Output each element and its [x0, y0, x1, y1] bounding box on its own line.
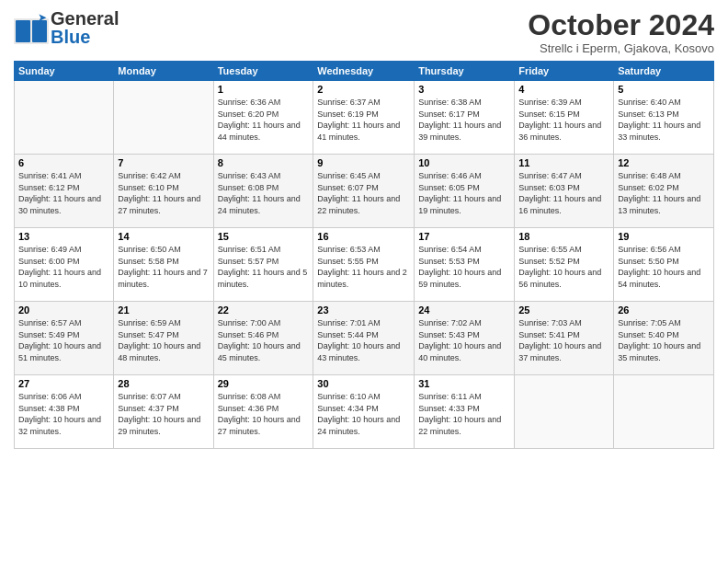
day-info: Sunrise: 6:45 AMSunset: 6:07 PMDaylight:…	[317, 170, 410, 216]
day-info: Sunrise: 7:03 AMSunset: 5:41 PMDaylight:…	[518, 317, 609, 363]
day-info: Sunrise: 6:49 AMSunset: 6:00 PMDaylight:…	[18, 244, 109, 290]
day-number: 23	[317, 304, 410, 316]
calendar-week-row: 27Sunrise: 6:06 AMSunset: 4:38 PMDayligh…	[15, 375, 714, 449]
day-number: 6	[18, 157, 109, 168]
calendar-week-row: 1Sunrise: 6:36 AMSunset: 6:20 PMDaylight…	[15, 81, 714, 155]
day-info: Sunrise: 6:57 AMSunset: 5:49 PMDaylight:…	[18, 317, 109, 363]
day-info: Sunrise: 6:47 AMSunset: 6:03 PMDaylight:…	[518, 170, 609, 216]
day-info: Sunrise: 6:59 AMSunset: 5:47 PMDaylight:…	[118, 317, 209, 363]
day-number: 1	[218, 84, 310, 95]
day-number: 31	[418, 378, 510, 389]
table-row: 22Sunrise: 7:00 AMSunset: 5:46 PMDayligh…	[213, 302, 313, 375]
table-row: 30Sunrise: 6:10 AMSunset: 4:34 PMDayligh…	[313, 375, 415, 449]
day-info: Sunrise: 6:53 AMSunset: 5:55 PMDaylight:…	[317, 244, 410, 290]
day-number: 10	[418, 157, 510, 168]
month-title: October 2024	[528, 9, 714, 41]
page-header: ➤ General Blue October 2024 Strellc i Ep…	[14, 9, 714, 55]
day-number: 14	[118, 231, 209, 242]
table-row: 6Sunrise: 6:41 AMSunset: 6:12 PMDaylight…	[15, 155, 114, 228]
day-number: 19	[618, 231, 710, 242]
location: Strellc i Eperm, Gjakova, Kosovo	[528, 41, 714, 55]
table-row: 26Sunrise: 7:05 AMSunset: 5:40 PMDayligh…	[614, 302, 714, 375]
calendar-table: Sunday Monday Tuesday Wednesday Thursday…	[14, 61, 714, 449]
table-row: 9Sunrise: 6:45 AMSunset: 6:07 PMDaylight…	[313, 155, 415, 228]
day-number: 8	[218, 157, 310, 168]
day-number: 21	[118, 304, 209, 316]
day-number: 24	[418, 304, 510, 316]
day-number: 29	[218, 378, 310, 389]
day-number: 18	[518, 231, 609, 242]
day-info: Sunrise: 6:10 AMSunset: 4:34 PMDaylight:…	[317, 391, 410, 437]
table-row: 20Sunrise: 6:57 AMSunset: 5:49 PMDayligh…	[15, 302, 114, 375]
day-info: Sunrise: 6:37 AMSunset: 6:19 PMDaylight:…	[317, 97, 410, 143]
calendar-week-row: 13Sunrise: 6:49 AMSunset: 6:00 PMDayligh…	[15, 228, 714, 302]
calendar-header-row: Sunday Monday Tuesday Wednesday Thursday…	[15, 62, 714, 81]
table-row: 31Sunrise: 6:11 AMSunset: 4:33 PMDayligh…	[415, 375, 515, 449]
day-number: 30	[317, 378, 410, 389]
table-row: 28Sunrise: 6:07 AMSunset: 4:37 PMDayligh…	[114, 375, 213, 449]
table-row: 16Sunrise: 6:53 AMSunset: 5:55 PMDayligh…	[313, 228, 415, 302]
table-row: 24Sunrise: 7:02 AMSunset: 5:43 PMDayligh…	[415, 302, 515, 375]
day-number: 20	[18, 304, 109, 316]
day-info: Sunrise: 6:40 AMSunset: 6:13 PMDaylight:…	[618, 97, 710, 143]
day-number: 17	[418, 231, 510, 242]
day-number: 7	[118, 157, 209, 168]
day-info: Sunrise: 6:56 AMSunset: 5:50 PMDaylight:…	[618, 244, 710, 290]
table-row: 12Sunrise: 6:48 AMSunset: 6:02 PMDayligh…	[614, 155, 714, 228]
col-friday: Friday	[515, 62, 614, 81]
calendar-week-row: 6Sunrise: 6:41 AMSunset: 6:12 PMDaylight…	[15, 155, 714, 228]
day-number: 16	[317, 231, 410, 242]
table-row: 8Sunrise: 6:43 AMSunset: 6:08 PMDaylight…	[213, 155, 313, 228]
day-info: Sunrise: 6:46 AMSunset: 6:05 PMDaylight:…	[418, 170, 510, 216]
day-number: 11	[518, 157, 609, 168]
day-number: 9	[317, 157, 410, 168]
day-info: Sunrise: 7:02 AMSunset: 5:43 PMDaylight:…	[418, 317, 510, 363]
day-info: Sunrise: 6:54 AMSunset: 5:53 PMDaylight:…	[418, 244, 510, 290]
table-row: 1Sunrise: 6:36 AMSunset: 6:20 PMDaylight…	[213, 81, 313, 155]
table-row: 2Sunrise: 6:37 AMSunset: 6:19 PMDaylight…	[313, 81, 415, 155]
day-number: 25	[518, 304, 609, 316]
col-tuesday: Tuesday	[213, 62, 313, 81]
day-number: 13	[18, 231, 109, 242]
table-row: 10Sunrise: 6:46 AMSunset: 6:05 PMDayligh…	[415, 155, 515, 228]
table-row: 25Sunrise: 7:03 AMSunset: 5:41 PMDayligh…	[515, 302, 614, 375]
table-row: 15Sunrise: 6:51 AMSunset: 5:57 PMDayligh…	[213, 228, 313, 302]
day-number: 26	[618, 304, 710, 316]
table-row	[114, 81, 213, 155]
table-row: 18Sunrise: 6:55 AMSunset: 5:52 PMDayligh…	[515, 228, 614, 302]
logo-general: General	[51, 9, 119, 28]
table-row: 7Sunrise: 6:42 AMSunset: 6:10 PMDaylight…	[114, 155, 213, 228]
day-number: 27	[18, 378, 109, 389]
day-info: Sunrise: 6:50 AMSunset: 5:58 PMDaylight:…	[118, 244, 209, 290]
day-info: Sunrise: 6:36 AMSunset: 6:20 PMDaylight:…	[218, 97, 310, 143]
table-row: 11Sunrise: 6:47 AMSunset: 6:03 PMDayligh…	[515, 155, 614, 228]
table-row	[515, 375, 614, 449]
logo-blue: Blue	[51, 28, 119, 46]
table-row: 17Sunrise: 6:54 AMSunset: 5:53 PMDayligh…	[415, 228, 515, 302]
day-info: Sunrise: 7:01 AMSunset: 5:44 PMDaylight:…	[317, 317, 410, 363]
day-number: 5	[618, 84, 710, 95]
day-info: Sunrise: 6:48 AMSunset: 6:02 PMDaylight:…	[618, 170, 710, 216]
day-info: Sunrise: 6:07 AMSunset: 4:37 PMDaylight:…	[118, 391, 209, 437]
day-number: 22	[218, 304, 310, 316]
table-row: 29Sunrise: 6:08 AMSunset: 4:36 PMDayligh…	[213, 375, 313, 449]
day-number: 4	[518, 84, 609, 95]
day-number: 12	[618, 157, 710, 168]
table-row: 27Sunrise: 6:06 AMSunset: 4:38 PMDayligh…	[15, 375, 114, 449]
day-info: Sunrise: 6:51 AMSunset: 5:57 PMDaylight:…	[218, 244, 310, 290]
table-row: 21Sunrise: 6:59 AMSunset: 5:47 PMDayligh…	[114, 302, 213, 375]
day-info: Sunrise: 6:06 AMSunset: 4:38 PMDaylight:…	[18, 391, 109, 437]
table-row	[614, 375, 714, 449]
day-info: Sunrise: 6:42 AMSunset: 6:10 PMDaylight:…	[118, 170, 209, 216]
day-info: Sunrise: 7:05 AMSunset: 5:40 PMDaylight:…	[618, 317, 710, 363]
calendar-week-row: 20Sunrise: 6:57 AMSunset: 5:49 PMDayligh…	[15, 302, 714, 375]
table-row: 5Sunrise: 6:40 AMSunset: 6:13 PMDaylight…	[614, 81, 714, 155]
col-saturday: Saturday	[614, 62, 714, 81]
col-wednesday: Wednesday	[313, 62, 415, 81]
table-row: 14Sunrise: 6:50 AMSunset: 5:58 PMDayligh…	[114, 228, 213, 302]
table-row: 23Sunrise: 7:01 AMSunset: 5:44 PMDayligh…	[313, 302, 415, 375]
table-row: 19Sunrise: 6:56 AMSunset: 5:50 PMDayligh…	[614, 228, 714, 302]
day-info: Sunrise: 6:55 AMSunset: 5:52 PMDaylight:…	[518, 244, 609, 290]
day-info: Sunrise: 6:41 AMSunset: 6:12 PMDaylight:…	[18, 170, 109, 216]
col-sunday: Sunday	[15, 62, 114, 81]
